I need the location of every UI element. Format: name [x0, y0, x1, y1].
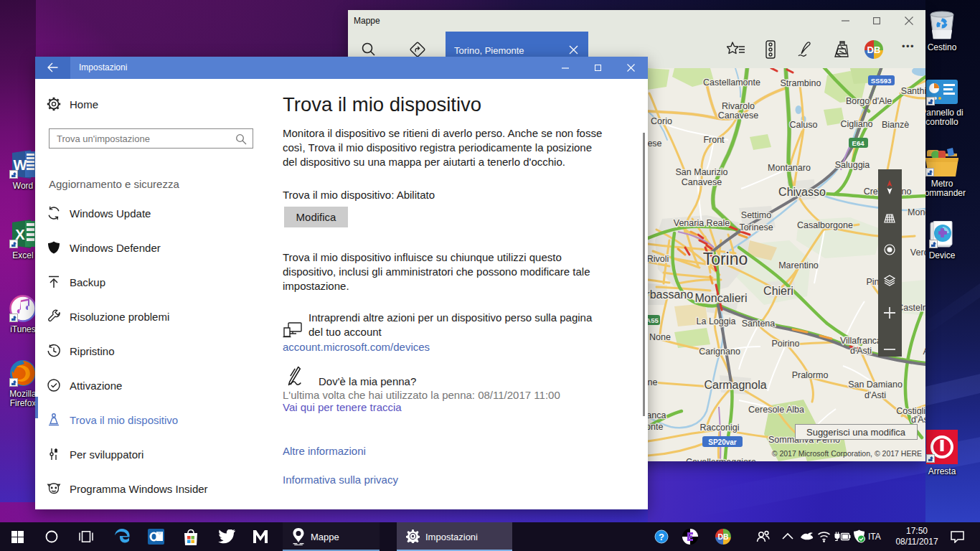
svg-text:Ceresole Alba: Ceresole Alba — [748, 405, 804, 415]
svg-text:San Maurizio: San Maurizio — [676, 167, 728, 177]
svg-text:Cigliano: Cigliano — [840, 119, 872, 129]
svg-text:Castellamonte: Castellamonte — [703, 77, 760, 88]
svg-text:Montanaro: Montanaro — [768, 163, 811, 173]
svg-text:Carignano: Carignano — [699, 347, 740, 357]
svg-text:Pralormo: Pralormo — [792, 370, 829, 380]
svg-text:Villafranca: Villafranca — [840, 336, 882, 346]
svg-text:Moncestino: Moncestino — [908, 207, 925, 217]
svg-text:d'Asti: d'Asti — [911, 415, 925, 425]
svg-text:Casalborgone: Casalborgone — [797, 220, 853, 230]
svg-text:Verolengo: Verolengo — [910, 248, 925, 258]
svg-text:Torinese: Torinese — [739, 222, 773, 232]
svg-text:Caluso: Caluso — [790, 120, 818, 130]
svg-text:Santhià: Santhià — [901, 86, 925, 96]
svg-text:E64: E64 — [852, 139, 865, 147]
svg-text:Rivarolo: Rivarolo — [722, 101, 755, 111]
svg-text:Borgo d'Ale: Borgo d'Ale — [846, 96, 892, 106]
svg-text:Canavese: Canavese — [718, 110, 758, 121]
svg-text:Cavallermaggiore: Cavallermaggiore — [686, 457, 756, 461]
svg-text:Strambino: Strambino — [781, 78, 821, 88]
svg-text:Torino: Torino — [703, 250, 748, 268]
svg-text:San Damiano: San Damiano — [848, 380, 903, 390]
svg-text:Carmagnola: Carmagnola — [704, 379, 766, 391]
svg-text:SP20var: SP20var — [708, 438, 737, 446]
svg-text:DB: DB — [717, 532, 729, 541]
svg-text:None: None — [649, 332, 671, 342]
svg-text:A55: A55 — [646, 316, 659, 324]
svg-text:?: ? — [659, 532, 664, 542]
svg-text:© 2017 Microsoft Corporation,: © 2017 Microsoft Corporation, © 2017 HER… — [772, 449, 922, 458]
svg-text:Chivasso: Chivasso — [778, 186, 826, 198]
svg-text:Suggerisci una modifica: Suggerisci una modifica — [806, 427, 906, 438]
svg-text:Venaria Reale: Venaria Reale — [674, 218, 730, 228]
svg-text:Rivoli: Rivoli — [647, 254, 669, 264]
svg-text:Poirino: Poirino — [772, 339, 800, 349]
svg-text:Canavese: Canavese — [682, 177, 722, 187]
svg-text:La Loggia: La Loggia — [697, 316, 736, 326]
svg-text:Saluggia: Saluggia — [835, 160, 870, 170]
svg-text:Moncalieri: Moncalieri — [695, 292, 748, 304]
svg-text:Settimo: Settimo — [741, 210, 771, 220]
svg-text:Marentino: Marentino — [778, 260, 819, 270]
svg-text:Bianzè: Bianzè — [882, 120, 909, 130]
svg-text:Asti: Asti — [923, 347, 925, 357]
svg-text:Santena: Santena — [742, 319, 776, 329]
svg-text:Racconigi: Racconigi — [700, 423, 740, 433]
svg-text:d'Asti: d'Asti — [864, 390, 886, 400]
svg-text:SS593: SS593 — [871, 77, 892, 85]
svg-text:DB: DB — [867, 44, 881, 55]
svg-text:Chieri: Chieri — [763, 285, 793, 297]
svg-text:Front: Front — [703, 135, 725, 145]
svg-text:Corio: Corio — [651, 116, 672, 126]
svg-text:d'Asti: d'Asti — [850, 346, 872, 356]
